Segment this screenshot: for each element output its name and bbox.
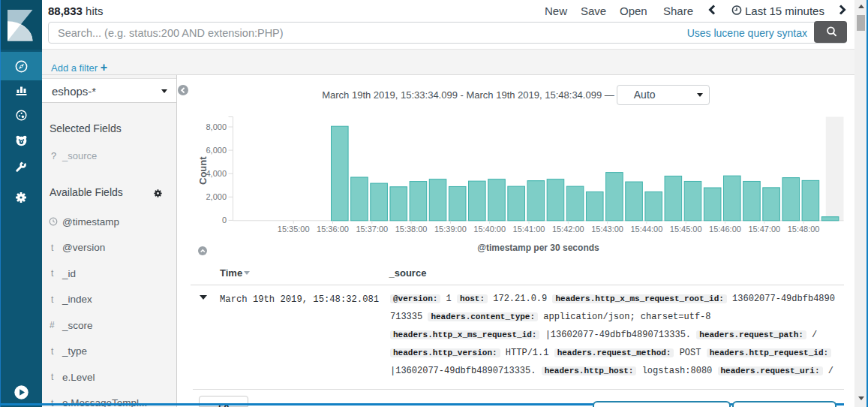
svg-text:15:48:00: 15:48:00 [788, 225, 820, 234]
svg-text:15:35:00: 15:35:00 [278, 225, 310, 234]
svg-text:15:44:00: 15:44:00 [630, 225, 662, 234]
svg-text:15:47:00: 15:47:00 [748, 225, 780, 234]
svg-text:15:38:00: 15:38:00 [395, 225, 428, 234]
svg-text:6,000: 6,000 [206, 146, 227, 155]
svg-text:15:39:00: 15:39:00 [434, 225, 467, 234]
svg-text:15:37:00: 15:37:00 [356, 225, 388, 234]
svg-text:15:43:00: 15:43:00 [591, 225, 623, 234]
svg-text:15:46:00: 15:46:00 [709, 225, 741, 234]
svg-text:@timestamp per 30 seconds: @timestamp per 30 seconds [477, 243, 599, 253]
svg-text:15:45:00: 15:45:00 [670, 225, 702, 234]
svg-text:15:40:00: 15:40:00 [473, 225, 506, 234]
svg-text:15:36:00: 15:36:00 [317, 225, 349, 234]
svg-text:0: 0 [222, 216, 227, 225]
svg-text:4,000: 4,000 [206, 169, 227, 178]
svg-text:2,000: 2,000 [206, 192, 227, 201]
svg-text:15:41:00: 15:41:00 [513, 225, 545, 234]
svg-text:8,000: 8,000 [206, 122, 227, 131]
svg-text:15:42:00: 15:42:00 [552, 225, 584, 234]
